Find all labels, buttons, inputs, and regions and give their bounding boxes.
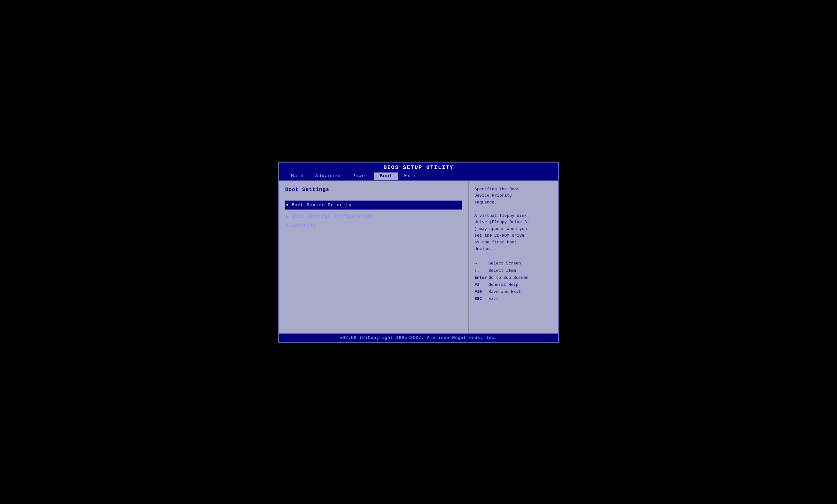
arrow-icon-security: ►	[286, 223, 289, 228]
key-arrows: ↔	[475, 260, 487, 267]
right-panel: Specifies the Boot Device Priority seque…	[469, 181, 558, 333]
section-divider	[285, 196, 462, 196]
key-desc-select-screen: Select Screen	[488, 260, 521, 267]
entry-label-boot-settings-config: Boot Settings Configuration	[291, 214, 373, 219]
menu-bar: Main Advanced Power Boot Exit	[279, 172, 558, 181]
key-desc-f1: General Help	[488, 281, 519, 288]
entry-boot-device-priority[interactable]: ► Boot Device Priority	[285, 201, 462, 209]
key-f10: F10	[475, 288, 487, 295]
entry-security[interactable]: ► Security	[285, 221, 462, 230]
key-enter: Enter	[475, 274, 487, 281]
key-desc-f10: Save and Exit	[488, 288, 521, 295]
key-row-enter: Enter Go to Sub Screen	[475, 274, 552, 281]
key-desc-enter: Go to Sub Screen	[488, 274, 529, 281]
entry-label-security: Security	[291, 223, 316, 228]
footer-text: v02.58 (C)Copyright 1985-2007, American …	[340, 335, 497, 340]
help-text: Specifies the Boot Device Priority seque…	[475, 186, 552, 253]
key-row-select-screen: ↔ Select Screen	[475, 260, 552, 267]
title-text: BIOS SETUP UTILITY	[383, 165, 454, 171]
menu-item-advanced[interactable]: Advanced	[309, 172, 346, 180]
content-area: Boot Settings ► Boot Device Priority ► B…	[279, 181, 558, 334]
bios-footer: v02.58 (C)Copyright 1985-2007, American …	[279, 334, 558, 342]
key-help: ↔ Select Screen ↑↓ Select Item Enter Go …	[475, 260, 552, 302]
bios-screen: BIOS SETUP UTILITY Main Advanced Power B…	[278, 162, 559, 343]
arrow-icon-boot-device: ►	[286, 203, 289, 207]
entry-label-boot-device-priority: Boot Device Priority	[291, 203, 352, 208]
key-row-f10: F10 Save and Exit	[475, 288, 552, 295]
key-row-esc: ESC Exit	[475, 295, 552, 302]
key-desc-esc: Exit	[488, 295, 498, 302]
left-panel: Boot Settings ► Boot Device Priority ► B…	[279, 181, 469, 333]
key-f1: F1	[475, 281, 487, 288]
entry-boot-settings-config[interactable]: ► Boot Settings Configuration	[285, 212, 462, 221]
menu-item-power[interactable]: Power	[346, 172, 374, 180]
menu-item-exit[interactable]: Exit	[398, 172, 423, 180]
key-esc: ESC	[475, 295, 487, 302]
bios-title: BIOS SETUP UTILITY	[279, 163, 558, 172]
key-row-select-item: ↑↓ Select Item	[475, 267, 552, 274]
section-title: Boot Settings	[285, 187, 462, 192]
key-desc-select-item: Select Item	[488, 267, 516, 274]
key-row-f1: F1 General Help	[475, 281, 552, 288]
menu-item-boot[interactable]: Boot	[374, 172, 398, 180]
key-updown: ↑↓	[475, 267, 487, 274]
arrow-icon-boot-settings: ►	[286, 214, 289, 219]
menu-item-main[interactable]: Main	[285, 172, 309, 180]
